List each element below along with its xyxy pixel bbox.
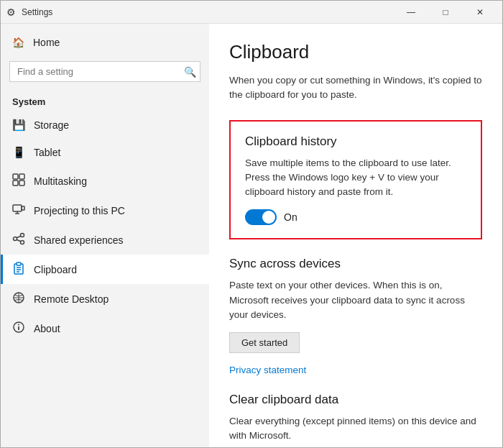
- svg-point-9: [14, 237, 17, 241]
- sidebar-item-about[interactable]: About: [1, 314, 209, 343]
- clipboard-history-desc: Save multiple items to the clipboard to …: [245, 156, 466, 200]
- multitasking-icon: [12, 173, 25, 188]
- toggle-label: On: [284, 211, 297, 223]
- sidebar-section-label: System: [1, 88, 209, 111]
- sidebar-item-label-remote: Remote Desktop: [34, 293, 109, 305]
- svg-rect-2: [13, 180, 18, 186]
- svg-rect-1: [19, 174, 24, 179]
- sidebar-item-label-clipboard: Clipboard: [34, 264, 77, 275]
- sidebar-item-projecting[interactable]: Projecting to this PC: [1, 196, 209, 225]
- search-box: 🔍: [9, 61, 200, 82]
- svg-point-8: [21, 234, 24, 237]
- title-bar-title: Settings: [22, 7, 52, 17]
- clipboard-history-section: Clipboard history Save multiple items to…: [229, 120, 482, 240]
- page-title: Clipboard: [229, 41, 482, 63]
- toggle-row: On: [245, 209, 466, 225]
- clipboard-icon: [12, 262, 25, 277]
- sidebar-item-label-multitasking: Multitasking: [34, 175, 87, 187]
- remote-icon: [12, 291, 25, 306]
- title-bar-left: ⚙ Settings: [6, 6, 52, 18]
- home-label: Home: [33, 37, 60, 48]
- sidebar-item-multitasking[interactable]: Multitasking: [1, 166, 209, 196]
- sidebar-item-shared[interactable]: Shared experiences: [1, 225, 209, 255]
- clipboard-history-title: Clipboard history: [245, 134, 466, 149]
- storage-icon: 💾: [12, 119, 25, 132]
- svg-point-23: [18, 324, 19, 326]
- svg-rect-5: [22, 206, 24, 210]
- svg-line-11: [17, 239, 20, 242]
- close-button[interactable]: ✕: [463, 1, 497, 24]
- search-icon-button[interactable]: 🔍: [184, 66, 196, 78]
- sync-section: Sync across devices Paste text on your o…: [229, 257, 482, 375]
- svg-rect-0: [13, 174, 18, 179]
- projecting-icon: [12, 203, 25, 218]
- sidebar-item-clipboard[interactable]: Clipboard: [1, 255, 209, 284]
- about-icon: [12, 321, 25, 336]
- home-icon: 🏠: [12, 37, 24, 48]
- clipboard-history-toggle[interactable]: [245, 209, 277, 225]
- privacy-link[interactable]: Privacy statement: [229, 365, 482, 375]
- sidebar-item-storage[interactable]: 💾 Storage: [1, 111, 209, 139]
- clear-title: Clear clipboard data: [229, 393, 482, 407]
- shared-icon: [12, 232, 25, 247]
- sidebar-item-remote[interactable]: Remote Desktop: [1, 284, 209, 314]
- svg-rect-14: [17, 262, 21, 265]
- sidebar-item-label-about: About: [34, 323, 60, 334]
- app-body: 🏠 Home 🔍 System 💾 Storage 📱 Tablet: [1, 24, 502, 447]
- sidebar-item-label-tablet: Tablet: [34, 147, 60, 158]
- minimize-button[interactable]: —: [394, 1, 428, 24]
- sidebar-item-label-shared: Shared experiences: [34, 234, 124, 246]
- svg-point-10: [21, 241, 24, 244]
- clear-section: Clear clipboard data Clear everything (e…: [229, 393, 482, 444]
- sidebar-item-label-storage: Storage: [34, 119, 69, 131]
- maximize-button[interactable]: □: [429, 1, 462, 24]
- title-bar: ⚙ Settings — □ ✕: [1, 1, 502, 24]
- get-started-button[interactable]: Get started: [229, 332, 300, 353]
- svg-line-12: [17, 236, 20, 238]
- sidebar-item-tablet[interactable]: 📱 Tablet: [1, 139, 209, 166]
- search-input[interactable]: [9, 61, 200, 82]
- settings-app-icon: ⚙: [6, 6, 16, 18]
- sync-desc: Paste text on your other devices. When t…: [229, 278, 482, 322]
- tablet-icon: 📱: [12, 146, 25, 159]
- sync-title: Sync across devices: [229, 257, 482, 271]
- svg-rect-4: [13, 205, 22, 211]
- sidebar-item-label-projecting: Projecting to this PC: [34, 205, 125, 216]
- svg-rect-3: [19, 180, 24, 186]
- content-area: Clipboard When you copy or cut something…: [209, 24, 502, 447]
- title-bar-controls: — □ ✕: [394, 1, 497, 24]
- clear-desc: Clear everything (except pinned items) o…: [229, 414, 482, 444]
- sidebar: 🏠 Home 🔍 System 💾 Storage 📱 Tablet: [1, 24, 209, 447]
- sidebar-item-home[interactable]: 🏠 Home: [1, 29, 209, 55]
- page-subtitle: When you copy or cut something in Window…: [229, 73, 482, 103]
